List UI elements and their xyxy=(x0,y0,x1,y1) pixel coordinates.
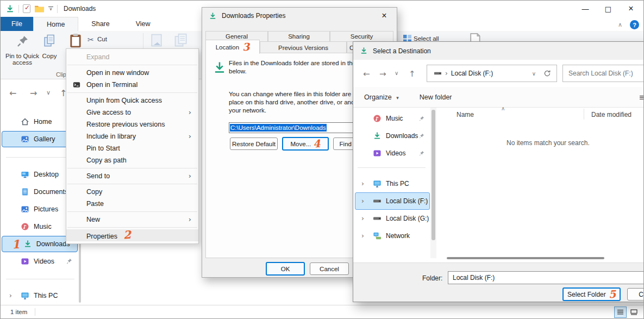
gallery-icon xyxy=(21,135,29,143)
destination-navbar: ← → ∨ ↑ › Local Disk (F:) ∨ xyxy=(353,60,644,87)
pin-icon xyxy=(66,258,73,265)
chevron-right-icon[interactable]: › xyxy=(361,215,364,222)
refresh-icon[interactable] xyxy=(543,70,551,77)
copy-icon[interactable] xyxy=(43,34,56,48)
tree-item-downloads[interactable]: Downloads xyxy=(355,127,430,145)
horizontal-scrollbar[interactable] xyxy=(447,257,604,259)
drive-icon xyxy=(373,197,382,205)
menu-item-include-in-library[interactable]: Include in library› xyxy=(66,130,198,142)
item-count: 1 item xyxy=(10,309,27,315)
tab-location[interactable]: Location 3 xyxy=(205,40,260,54)
search-input[interactable] xyxy=(562,65,644,82)
menu-item-restore-previous-versions[interactable]: Restore previous versions xyxy=(66,118,198,130)
properties-checkbox-icon[interactable]: ✓ xyxy=(23,4,30,13)
sidebar-item-label: Videos xyxy=(34,258,54,265)
tab-file[interactable]: File xyxy=(1,17,33,31)
menu-item-open-terminal[interactable]: Open in Terminal xyxy=(66,79,198,91)
tree-item-music[interactable]: Music xyxy=(355,110,430,127)
recent-locations-icon[interactable]: ∨ xyxy=(46,89,51,96)
tree-item-videos[interactable]: Videos xyxy=(355,145,430,162)
cut-label[interactable]: Cut xyxy=(97,36,114,42)
maximize-button[interactable]: □ xyxy=(597,1,620,17)
ok-button[interactable]: OK xyxy=(266,262,305,276)
tree-item-network[interactable]: › Network xyxy=(355,227,430,245)
menu-item-new[interactable]: New› xyxy=(66,214,198,226)
copy-label[interactable]: Copy xyxy=(40,53,59,59)
back-icon[interactable]: ← xyxy=(363,69,370,79)
menu-item-copy[interactable]: Copy xyxy=(66,186,198,198)
column-divider[interactable] xyxy=(584,109,584,120)
close-button[interactable]: × xyxy=(620,1,642,17)
organize-dropdown-icon: ▾ xyxy=(396,95,399,101)
view-options-icon[interactable]: ≡ xyxy=(639,92,644,102)
folder-input[interactable] xyxy=(448,271,644,284)
cut-icon[interactable]: ✂ xyxy=(87,35,94,44)
paste-icon[interactable] xyxy=(68,33,83,49)
menu-item-give-access-to[interactable]: Give access to› xyxy=(66,107,198,118)
statusbar-separator xyxy=(35,308,35,316)
tab-home[interactable]: Home xyxy=(33,17,78,31)
help-icon[interactable]: ? xyxy=(630,20,639,29)
menu-item-properties[interactable]: Properties 2 xyxy=(66,229,198,241)
chevron-right-icon[interactable]: › xyxy=(361,197,364,205)
drive-icon xyxy=(434,70,442,77)
tree-item-this-pc[interactable]: › This PC xyxy=(355,175,430,192)
copy-path-icon xyxy=(173,33,189,48)
menu-separator xyxy=(67,227,197,228)
menu-item-open-new-window[interactable]: Open in new window xyxy=(66,67,198,79)
destination-titlebar: Select a Destination xyxy=(353,42,644,60)
tree-item-local-disk-g[interactable]: › Local Disk (G:) xyxy=(355,210,430,227)
tab-previous-versions[interactable]: Previous Versions xyxy=(260,41,347,54)
tree-item-local-disk-f[interactable]: › Local Disk (F:) xyxy=(355,192,430,210)
menu-item-pin-to-start[interactable]: Pin to Start xyxy=(66,142,198,154)
customize-toolbar-dropdown-icon[interactable]: ∨ xyxy=(48,7,53,11)
menu-item-unpin-quick-access[interactable]: Unpin from Quick access xyxy=(66,95,198,107)
details-view-icon[interactable] xyxy=(614,307,627,318)
address-dropdown-icon[interactable]: ∨ xyxy=(532,71,536,77)
annotation-4: 4 xyxy=(313,139,321,149)
pin-icon xyxy=(418,115,425,122)
forward-icon[interactable]: → xyxy=(30,88,37,98)
downloads-icon xyxy=(373,132,382,140)
tab-security[interactable]: Security xyxy=(330,31,393,42)
minimize-button[interactable]: — xyxy=(574,1,597,17)
chevron-right-icon[interactable]: › xyxy=(361,232,364,240)
close-icon[interactable]: × xyxy=(374,8,395,24)
recent-locations-icon[interactable]: ∨ xyxy=(395,70,398,76)
move-button[interactable]: Move... 4 xyxy=(282,137,329,151)
tab-view[interactable]: View xyxy=(123,17,164,31)
column-header-name[interactable]: Name xyxy=(457,111,474,118)
cancel-button[interactable]: Cancel xyxy=(627,288,644,301)
sidebar-item-this-pc[interactable]: › This PC xyxy=(2,287,78,304)
tab-sharing[interactable]: Sharing xyxy=(268,31,330,42)
forward-icon[interactable]: → xyxy=(379,69,386,79)
menu-item-send-to[interactable]: Send to› xyxy=(66,170,198,182)
menu-item-expand: Expand xyxy=(66,51,198,63)
chevron-right-icon[interactable]: › xyxy=(361,180,364,187)
organize-button[interactable]: Organize ▾ xyxy=(364,93,399,101)
destination-body: Music Downloads Videos xyxy=(353,108,644,262)
back-icon[interactable]: ← xyxy=(9,88,16,98)
sort-ascending-icon: ∧ xyxy=(501,105,505,111)
menu-item-paste[interactable]: Paste xyxy=(66,198,198,210)
column-header-date-modified[interactable]: Date modified xyxy=(591,111,632,118)
sidebar-item-label: Documents xyxy=(34,188,68,196)
menu-item-copy-as-path[interactable]: Copy as path xyxy=(66,154,198,166)
chevron-right-icon[interactable]: › xyxy=(9,292,12,299)
restore-default-button[interactable]: Restore Default xyxy=(230,137,278,150)
pin-to-quick-access-label[interactable]: Pin to Quick access xyxy=(2,53,43,66)
pin-to-quick-access-icon[interactable] xyxy=(16,34,30,49)
quick-access-toolbar: ✓ ∨ xyxy=(1,4,58,14)
collapse-ribbon-icon[interactable]: ∧ xyxy=(618,21,622,28)
new-folder-button[interactable]: New folder xyxy=(420,93,452,101)
address-bar[interactable]: › Local Disk (F:) ∨ xyxy=(427,65,557,82)
tab-share[interactable]: Share xyxy=(78,17,122,31)
new-folder-icon[interactable] xyxy=(34,4,45,13)
sidebar-item-videos[interactable]: Videos xyxy=(2,253,78,270)
tree-scrollbar[interactable] xyxy=(430,108,436,258)
up-icon[interactable]: ↑ xyxy=(409,69,416,79)
select-folder-button[interactable]: Select Folder 5 xyxy=(562,287,621,301)
thumbnail-view-icon[interactable] xyxy=(628,307,640,318)
downloads-icon xyxy=(360,47,368,55)
cancel-button[interactable]: Cancel xyxy=(310,262,349,275)
